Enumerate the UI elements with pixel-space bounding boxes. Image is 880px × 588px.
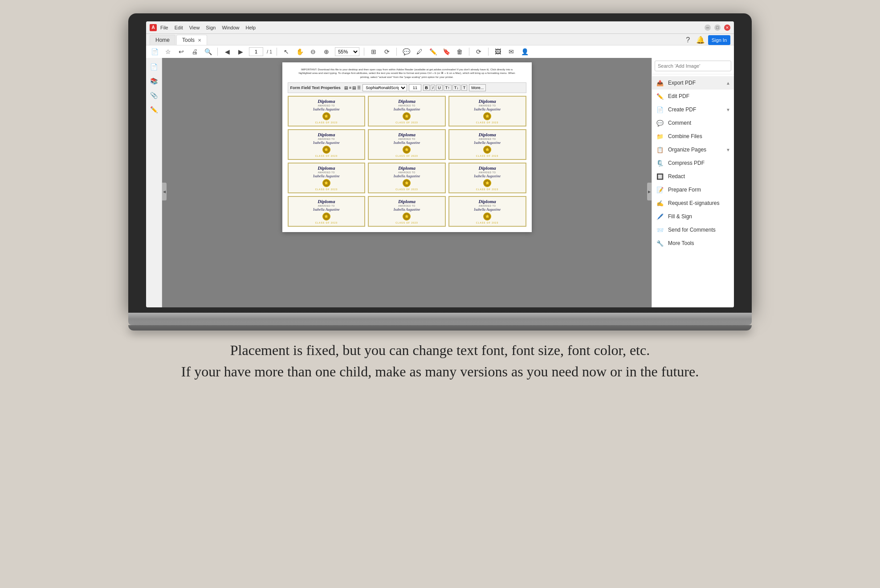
fill-sign-label: Fill & Sign [668, 213, 730, 220]
hand-tool-button[interactable]: ✋ [295, 47, 305, 57]
diploma-class-9: CLASS OF 2023 [451, 188, 524, 191]
comment-tool-icon: 💬 [656, 118, 664, 127]
underline-button[interactable]: U [436, 85, 443, 91]
diploma-title-1: Diploma [290, 98, 363, 104]
mail-button[interactable]: ✉ [506, 47, 516, 57]
tool-prepare-form[interactable]: 📝 Prepare Form [652, 183, 734, 196]
close-button[interactable]: ✕ [724, 24, 730, 31]
pen-button[interactable]: 🖊 [415, 47, 424, 57]
stamp-button[interactable]: 🔖 [441, 47, 451, 57]
highlight-button[interactable]: ✏️ [428, 47, 438, 57]
tool-redact[interactable]: 🔲 Redact [652, 170, 734, 183]
diploma-seal-11: ⭐ [403, 212, 411, 220]
diploma-name-11: Isabella Augustine [371, 208, 443, 212]
diploma-seal-2: ⭐ [403, 112, 411, 120]
sign-in-button[interactable]: Sign In [708, 35, 730, 45]
tool-send-comments[interactable]: 📨 Send for Comments [652, 223, 734, 237]
form-align-right[interactable]: ▤ [352, 86, 356, 90]
more-tools-icon: 🔧 [656, 239, 664, 248]
user-button[interactable]: 👤 [520, 47, 530, 57]
diploma-awarded-7: AWARDED TO [290, 171, 363, 174]
diploma-awarded-9: AWARDED TO [451, 171, 524, 174]
fit-page-button[interactable]: ⊞ [369, 47, 379, 57]
notifications-button[interactable]: 🔔 [696, 35, 705, 45]
italic-button[interactable]: I [431, 85, 436, 91]
share-button[interactable]: ⟳ [474, 47, 484, 57]
menu-sign[interactable]: Sign [206, 25, 216, 30]
tool-compress-pdf[interactable]: 🗜️ Compress PDF [652, 156, 734, 170]
zoom-in-button[interactable]: ⊕ [322, 47, 331, 57]
menu-help[interactable]: Help [246, 25, 256, 30]
export-pdf-icon: 📤 [656, 78, 664, 87]
form-align-left[interactable]: ▤ [344, 86, 348, 90]
menu-window[interactable]: Window [222, 25, 239, 30]
tool-comment[interactable]: 💬 Comment [652, 116, 734, 130]
sidebar-icon-3[interactable]: 📎 [149, 90, 159, 101]
minimize-button[interactable]: ─ [705, 24, 711, 31]
zoom-select[interactable]: 55% 75% 100% [335, 47, 359, 56]
diploma-title-10: Diploma [290, 199, 363, 204]
zoom-out-button[interactable]: ⊖ [308, 47, 318, 57]
subscript-button[interactable]: T↓ [452, 85, 460, 91]
page-input[interactable] [249, 47, 263, 56]
tool-more-tools[interactable]: 🔧 More Tools [652, 237, 734, 250]
collapse-left-handle[interactable]: ◀ [162, 183, 167, 200]
diploma-card-9: Diploma AWARDED TO Isabella Augustine ⭐ … [448, 163, 526, 193]
more-button[interactable]: More... [469, 84, 486, 91]
font-select[interactable]: SophiaRonaldScript [363, 84, 407, 91]
tab-tools[interactable]: Tools ✕ [176, 35, 207, 45]
diploma-name-8: Isabella Augustine [371, 174, 443, 178]
maximize-button[interactable]: □ [714, 24, 721, 31]
form-justify[interactable]: ☰ [357, 86, 361, 90]
acrobat-window: A File Edit View Sign Window Help ─ □ [146, 21, 734, 307]
tool-request-esig[interactable]: ✍️ Request E-signatures [652, 196, 734, 210]
create-pdf-icon: 📄 [656, 105, 664, 114]
tool-edit-pdf[interactable]: ✏️ Edit PDF [652, 90, 734, 103]
tool-fill-sign[interactable]: 🖊️ Fill & Sign [652, 210, 734, 223]
comment-label: Comment [668, 120, 730, 126]
rotate-button[interactable]: ⟳ [382, 47, 392, 57]
form-align-center[interactable]: ≡ [349, 86, 351, 90]
tool-create-pdf[interactable]: 📄 Create PDF ▼ [652, 103, 734, 116]
menu-edit[interactable]: Edit [175, 25, 183, 30]
sidebar-icon-4[interactable]: ✏️ [149, 104, 159, 115]
text-color-button[interactable]: T [461, 85, 468, 91]
prev-page-button[interactable]: ◀ [222, 47, 232, 57]
select-tool-button[interactable]: ↖ [281, 47, 291, 57]
diploma-name-3: Isabella Augustine [451, 107, 524, 111]
menu-file[interactable]: File [160, 25, 168, 30]
diploma-card-7: Diploma AWARDED TO Isabella Augustine ⭐ … [288, 163, 366, 193]
title-bar-menu: File Edit View Sign Window Help [160, 25, 256, 30]
tools-search-input[interactable] [655, 61, 731, 71]
bold-button[interactable]: B [423, 85, 430, 91]
sidebar-icon-2[interactable]: 📚 [149, 76, 159, 86]
font-size-input[interactable]: 11 [409, 84, 421, 91]
delete-button[interactable]: 🗑 [455, 47, 464, 57]
print-button[interactable]: 🖨 [190, 47, 200, 57]
comment-button[interactable]: 💬 [401, 47, 411, 57]
diploma-awarded-3: AWARDED TO [451, 104, 524, 107]
tool-combine-files[interactable]: 📁 Combine Files [652, 130, 734, 143]
back-button[interactable]: ↩ [176, 47, 186, 57]
search-btn[interactable]: 🔍 [203, 47, 213, 57]
tab-close-icon[interactable]: ✕ [198, 38, 201, 43]
tool-organize-pages[interactable]: 📋 Organize Pages ▼ [652, 143, 734, 156]
next-page-button[interactable]: ▶ [236, 47, 245, 57]
form-toolbar-title: Form Field Text Properties [290, 86, 341, 90]
superscript-button[interactable]: T↑ [444, 85, 452, 91]
sidebar-icon-1[interactable]: 📄 [149, 61, 159, 72]
diploma-awarded-1: AWARDED TO [290, 104, 363, 107]
tab-home[interactable]: Home [150, 35, 175, 45]
tool-export-pdf[interactable]: 📤 Export PDF ▲ [652, 76, 734, 90]
help-button[interactable]: ? [683, 35, 693, 45]
diploma-class-2: CLASS OF 2023 [371, 121, 443, 124]
diploma-class-10: CLASS OF 2023 [290, 221, 363, 224]
diploma-seal-5: ⭐ [403, 146, 411, 154]
image-tool-button[interactable]: 🖼 [493, 47, 503, 57]
redact-icon: 🔲 [656, 172, 664, 181]
collapse-right-handle[interactable]: ▶ [647, 183, 652, 200]
menu-view[interactable]: View [189, 25, 200, 30]
new-doc-button[interactable]: 📄 [150, 47, 159, 57]
bookmark-button[interactable]: ☆ [163, 47, 173, 57]
tabs-row: Home Tools ✕ ? 🔔 Sign In [146, 34, 734, 45]
